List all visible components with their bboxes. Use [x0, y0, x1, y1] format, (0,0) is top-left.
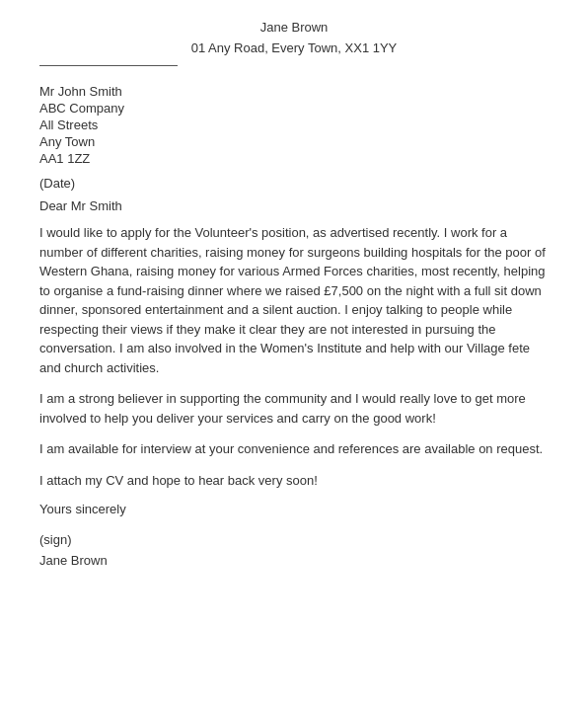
recipient-town: Any Town [39, 134, 549, 149]
paragraph-3: I am available for interview at your con… [39, 439, 549, 459]
header-section: Jane Brown 01 Any Road, Every Town, XX1 … [39, 20, 549, 55]
paragraph-2: I am a strong believer in supporting the… [39, 389, 549, 428]
date: (Date) [39, 176, 549, 191]
recipient-postcode: AA1 1ZZ [39, 151, 549, 166]
sender-name: Jane Brown [39, 20, 549, 35]
sender-name-closing: Jane Brown [39, 553, 549, 568]
recipient-street: All Streets [39, 118, 549, 132]
sender-address: 01 Any Road, Every Town, XX1 1YY [39, 40, 549, 55]
paragraph-4: I attach my CV and hope to hear back ver… [39, 471, 549, 491]
valediction: Yours sincerely [39, 502, 549, 516]
recipient-block: Mr John Smith ABC Company All Streets An… [39, 84, 549, 166]
closing-block: Yours sincerely (sign) Jane Brown [39, 502, 549, 568]
divider [39, 65, 178, 66]
recipient-salutation: Mr John Smith [39, 84, 549, 99]
recipient-company: ABC Company [39, 101, 549, 116]
greeting: Dear Mr Smith [39, 198, 549, 213]
sign: (sign) [39, 532, 549, 547]
paragraph-1: I would like to apply for the Volunteer'… [39, 223, 549, 377]
